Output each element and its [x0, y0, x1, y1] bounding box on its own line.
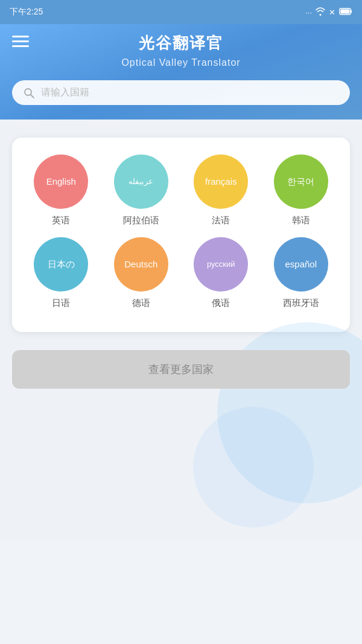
- language-card: English 英语 عربيفله 阿拉伯语 français 法语 한국어 …: [12, 138, 350, 332]
- language-circle-korean: 한국어: [274, 155, 328, 209]
- svg-rect-2: [341, 9, 350, 13]
- search-placeholder: 请输入国籍: [41, 86, 89, 99]
- language-item-arabic[interactable]: عربيفله 阿拉伯语: [104, 155, 179, 226]
- language-circle-japanese: 日本の: [34, 237, 88, 292]
- language-circle-spanish: español: [274, 237, 328, 292]
- status-bar: 下午2:25 ··· ✕: [0, 0, 362, 24]
- status-icons: ··· ✕: [305, 7, 352, 18]
- language-item-korean[interactable]: 한국어 韩语: [264, 155, 338, 226]
- app-title-cn: 光谷翻译官: [12, 33, 350, 54]
- language-label-german: 德语: [132, 298, 150, 309]
- search-bar[interactable]: 请输入国籍: [12, 80, 350, 105]
- language-label-english: 英语: [52, 215, 70, 226]
- language-item-japanese[interactable]: 日本の 日语: [24, 237, 98, 309]
- language-item-english[interactable]: English 英语: [24, 155, 98, 226]
- menu-button[interactable]: [12, 33, 29, 52]
- more-countries-button[interactable]: 查看更多国家: [12, 350, 350, 389]
- language-item-russian[interactable]: русский 俄语: [184, 237, 258, 309]
- svg-rect-5: [12, 45, 29, 47]
- language-label-spanish: 西班牙语: [283, 298, 319, 309]
- svg-rect-4: [12, 40, 29, 42]
- language-circle-french: français: [194, 155, 248, 209]
- status-time: 下午2:25: [10, 7, 43, 18]
- language-label-korean: 韩语: [292, 215, 310, 226]
- svg-rect-1: [351, 10, 352, 13]
- bottom-area: [12, 401, 350, 521]
- signal-icon: ···: [305, 8, 312, 17]
- language-label-arabic: 阿拉伯语: [123, 215, 159, 226]
- language-grid: English 英语 عربيفله 阿拉伯语 français 法语 한국어 …: [24, 155, 338, 309]
- svg-rect-3: [12, 36, 29, 37]
- language-item-french[interactable]: français 法语: [184, 155, 258, 226]
- wifi-icon: [316, 7, 325, 18]
- svg-point-6: [25, 89, 31, 95]
- svg-line-7: [31, 95, 34, 98]
- language-label-japanese: 日语: [52, 298, 70, 309]
- language-circle-russian: русский: [194, 237, 248, 292]
- language-label-french: 法语: [212, 215, 230, 226]
- language-circle-english: English: [34, 155, 88, 209]
- close-icon: ✕: [329, 8, 335, 17]
- language-circle-german: Deutsch: [114, 237, 168, 292]
- app-title-en: Optical Valley Translator: [12, 57, 350, 68]
- language-item-spanish[interactable]: español 西班牙语: [264, 237, 338, 309]
- main-content: English 英语 عربيفله 阿拉伯语 français 法语 한국어 …: [0, 120, 362, 540]
- language-circle-arabic: عربيفله: [114, 155, 168, 209]
- battery-icon: [339, 8, 352, 17]
- language-item-german[interactable]: Deutsch 德语: [104, 237, 179, 309]
- language-label-russian: 俄语: [212, 298, 230, 309]
- search-icon: [23, 87, 35, 99]
- header: 光谷翻译官 Optical Valley Translator 请输入国籍: [0, 24, 362, 120]
